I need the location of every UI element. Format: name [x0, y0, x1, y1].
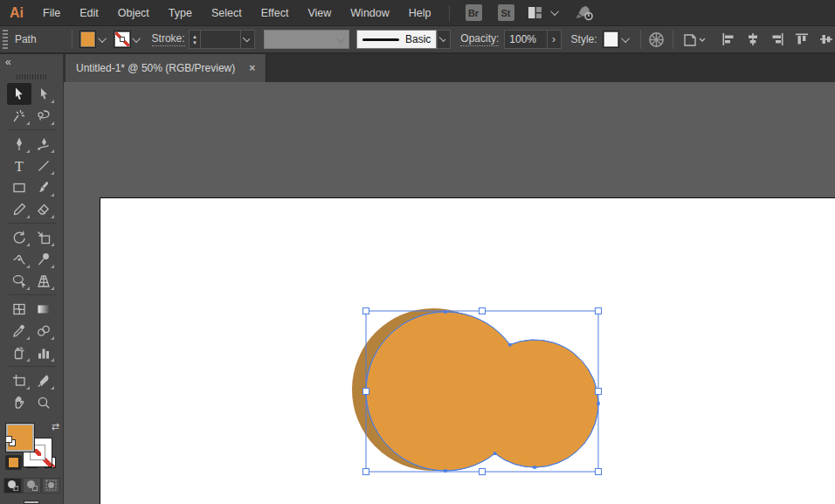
- horizontal-align-left-icon[interactable]: [720, 31, 737, 48]
- eyedropper-tool[interactable]: [7, 320, 31, 342]
- menu-help[interactable]: Help: [399, 0, 441, 26]
- magic-wand-tool[interactable]: [7, 105, 31, 127]
- separator: [72, 30, 72, 49]
- separator: [673, 30, 673, 49]
- app-logo: Ai: [0, 5, 33, 21]
- width-tool[interactable]: [7, 248, 31, 270]
- artboard-tool[interactable]: [7, 369, 31, 391]
- shape-builder-tool[interactable]: [7, 270, 31, 292]
- draw-inside-button[interactable]: [42, 478, 60, 494]
- rotate-tool[interactable]: [7, 226, 31, 248]
- type-tool[interactable]: T: [7, 155, 31, 176]
- paintbrush-tool[interactable]: [31, 176, 56, 198]
- stock-button[interactable]: St: [498, 4, 514, 21]
- draw-mode-buttons: [3, 478, 60, 494]
- gradient-tool[interactable]: [31, 298, 56, 320]
- shaper-tool[interactable]: [7, 198, 31, 220]
- recolor-artwork-icon[interactable]: [648, 31, 666, 48]
- screen-mode-button[interactable]: [24, 501, 39, 504]
- tab-row: « Untitled-1* @ 50% (RGB/Preview) ×: [0, 54, 835, 82]
- menubar-separator: [449, 5, 450, 21]
- menu-file[interactable]: File: [33, 0, 70, 26]
- vertical-align-top-icon[interactable]: [793, 31, 811, 48]
- document-tab-strip: Untitled-1* @ 50% (RGB/Preview) ×: [64, 54, 835, 82]
- curvature-tool[interactable]: [31, 133, 56, 155]
- tools-panel: T ⇄: [0, 82, 64, 504]
- draw-behind-button[interactable]: [23, 478, 41, 494]
- collapse-panel-icon[interactable]: «: [5, 56, 10, 68]
- pasteboard[interactable]: [64, 82, 835, 504]
- brush-definition-dropdown[interactable]: Basic: [356, 30, 437, 49]
- document-setup-icon[interactable]: [680, 31, 707, 48]
- blend-tool[interactable]: [31, 320, 56, 342]
- symbol-sprayer-tool[interactable]: [7, 342, 31, 363]
- fill-swatch-chevron[interactable]: [96, 30, 110, 49]
- selection-type-label: Path: [15, 33, 65, 45]
- menu-bar: Ai FileEditObjectTypeSelectEffectViewWin…: [0, 0, 835, 26]
- stroke-width-chevron[interactable]: [241, 30, 255, 49]
- svg-text:T: T: [15, 158, 24, 173]
- column-graph-tool[interactable]: [31, 342, 56, 363]
- style-swatch-chevron[interactable]: [619, 30, 633, 49]
- brush-definition-chevron[interactable]: [437, 30, 451, 49]
- menu-type[interactable]: Type: [159, 0, 202, 26]
- menu-view[interactable]: View: [298, 0, 341, 26]
- stroke-width-stepper[interactable]: ▲▼: [189, 30, 202, 49]
- horizontal-align-right-icon[interactable]: [769, 31, 786, 48]
- swap-fill-stroke-icon[interactable]: ⇄: [52, 421, 59, 432]
- stroke-label[interactable]: Stroke:: [152, 32, 185, 46]
- menu-select[interactable]: Select: [202, 0, 252, 26]
- width-profile-dropdown: [264, 30, 349, 49]
- color-mode-button[interactable]: [5, 455, 22, 470]
- fill-stroke-indicator: ⇄: [3, 421, 59, 448]
- tools: T: [7, 82, 56, 414]
- menu-items: FileEditObjectTypeSelectEffectViewWindow…: [33, 0, 441, 26]
- zoom-tool[interactable]: [31, 391, 56, 413]
- workspace-switcher-icon[interactable]: [528, 6, 542, 19]
- line-segment-tool[interactable]: [31, 155, 56, 176]
- style-label: Style:: [571, 33, 597, 45]
- menu-object[interactable]: Object: [108, 0, 159, 26]
- stroke-color-swatch[interactable]: [114, 31, 131, 48]
- direct-selection-tool[interactable]: [31, 83, 56, 105]
- slice-tool[interactable]: [31, 369, 56, 391]
- panel-grip[interactable]: [3, 30, 8, 49]
- chevron-down-icon[interactable]: [553, 10, 559, 16]
- brush-stroke-preview: [362, 38, 399, 41]
- bridge-button[interactable]: Br: [466, 4, 482, 21]
- illustrator-window: Ai FileEditObjectTypeSelectEffectViewWin…: [0, 0, 835, 504]
- control-bar: Path Stroke: ▲▼ Basic Opacity: 100% › St…: [0, 26, 835, 54]
- align-icons: [720, 31, 835, 48]
- vertical-align-center-icon[interactable]: [818, 31, 835, 48]
- scale-tool[interactable]: [31, 226, 56, 248]
- perspective-grid-tool[interactable]: [31, 270, 56, 292]
- default-fill-stroke-icon[interactable]: [5, 436, 16, 446]
- selection-tool[interactable]: [7, 83, 31, 105]
- menu-effect[interactable]: Effect: [252, 0, 299, 26]
- menu-window[interactable]: Window: [341, 0, 398, 26]
- style-swatch[interactable]: [603, 31, 620, 48]
- toolbar-grip[interactable]: [17, 74, 46, 79]
- menu-edit[interactable]: Edit: [70, 0, 108, 26]
- pen-tool[interactable]: [7, 133, 31, 155]
- menu-buttons: BrSt: [458, 4, 522, 21]
- eraser-tool[interactable]: [31, 198, 56, 220]
- opacity-label[interactable]: Opacity:: [460, 32, 499, 46]
- stroke-swatch-chevron[interactable]: [131, 30, 145, 49]
- draw-normal-button[interactable]: [3, 478, 22, 494]
- gpu-performance-icon[interactable]: [575, 5, 594, 21]
- fill-color-swatch[interactable]: [79, 31, 97, 48]
- puppet-warp-tool[interactable]: [31, 248, 56, 270]
- mesh-tool[interactable]: [7, 298, 31, 320]
- separator: [640, 30, 641, 49]
- hand-tool[interactable]: [7, 391, 31, 413]
- rectangle-tool[interactable]: [7, 176, 31, 198]
- opacity-field[interactable]: 100%: [504, 30, 547, 49]
- tab-close-icon[interactable]: ×: [249, 62, 255, 74]
- toolbar-header: «: [0, 54, 64, 82]
- horizontal-align-center-icon[interactable]: [744, 31, 762, 48]
- stroke-width-field[interactable]: [201, 30, 240, 49]
- lasso-tool[interactable]: [31, 105, 56, 127]
- opacity-expand-button[interactable]: ›: [548, 30, 562, 49]
- document-tab[interactable]: Untitled-1* @ 50% (RGB/Preview) ×: [66, 54, 266, 82]
